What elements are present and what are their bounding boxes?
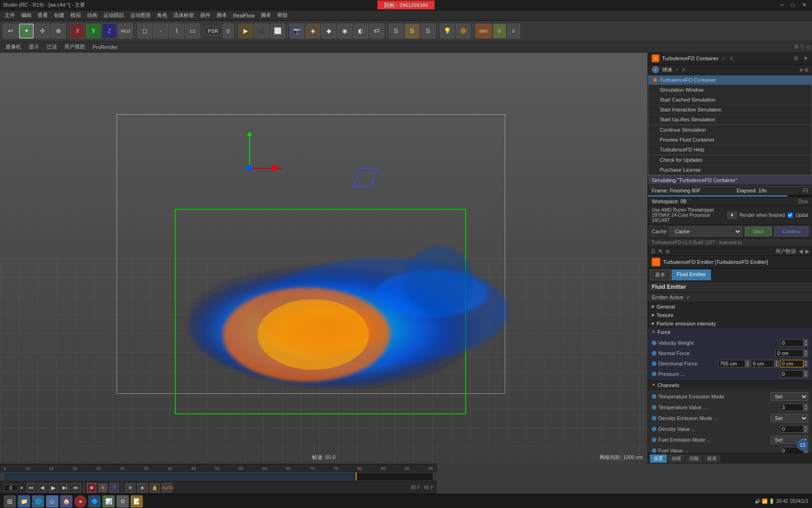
tool-points-mode[interactable]: ·	[153, 24, 168, 39]
cache-dropdown[interactable]: Cache	[670, 227, 742, 236]
ctx-help[interactable]: TurbulenceFD Help	[648, 145, 812, 155]
btn-next[interactable]: ▶|	[60, 483, 70, 492]
tool-tag[interactable]: 🏷	[369, 24, 384, 39]
tool-move[interactable]: ✢	[35, 24, 50, 39]
vt-camera[interactable]: 摄像机	[3, 42, 24, 51]
menu-create[interactable]: 创建	[51, 11, 67, 20]
menu-fluids[interactable]: 流体标签	[171, 11, 197, 20]
taskbar-manager[interactable]: 📊	[102, 495, 115, 508]
vt-options[interactable]: 用户视图	[62, 42, 88, 51]
section-texture[interactable]: ▶ Texture	[648, 311, 812, 319]
dir-z-up[interactable]: ▲	[804, 360, 808, 364]
section-general[interactable]: ▶ General	[648, 302, 812, 311]
ctx-check-updates[interactable]: Check for Updates	[648, 155, 812, 165]
radio-normal[interactable]	[652, 351, 656, 356]
menu-file[interactable]: 文件	[2, 11, 18, 20]
pressure-down[interactable]: ▼	[804, 374, 808, 378]
menu-script2[interactable]: 脚本	[258, 11, 274, 20]
cpu-dropdown[interactable]: ▼	[727, 212, 737, 219]
normal-up[interactable]: ▲	[804, 349, 808, 353]
menu-script[interactable]: 脚本	[214, 11, 230, 20]
menu-edit[interactable]: 编辑	[18, 11, 34, 20]
start-button[interactable]: Start	[745, 227, 772, 236]
density-mode-dropdown[interactable]: Set Add	[771, 414, 808, 422]
menu-motiongraph[interactable]: 运动图形	[127, 11, 154, 20]
ctx-purchase[interactable]: Purchase License	[648, 165, 812, 175]
btn-stop[interactable]: ■	[98, 483, 108, 492]
continue-button[interactable]: Continu	[774, 227, 808, 236]
tool-persp[interactable]: ◈	[305, 24, 320, 39]
minimize-btn[interactable]: ─	[778, 2, 787, 8]
btn-auto[interactable]: AUTO	[162, 483, 172, 492]
dir-z-value[interactable]	[780, 360, 804, 367]
pressure-value[interactable]	[780, 370, 804, 378]
normal-down[interactable]: ▼	[804, 353, 808, 357]
vt-display[interactable]: 显示	[26, 42, 42, 51]
taskbar-red[interactable]: ●	[74, 495, 86, 508]
tfd-arrow[interactable]: ▼	[803, 56, 808, 61]
menu-animate[interactable]: 动画	[84, 11, 100, 20]
density-down[interactable]: ▼	[804, 429, 808, 433]
psr-value[interactable]: 0	[223, 24, 234, 39]
radio-temp-val[interactable]	[652, 405, 656, 410]
maximize-btn[interactable]: □	[789, 2, 797, 8]
btn-first[interactable]: ⏮	[26, 483, 36, 492]
radio-velocity[interactable]	[652, 341, 656, 345]
velocity-up[interactable]: ▲	[804, 339, 808, 343]
tool-y-axis[interactable]: Y	[86, 24, 101, 39]
dir-x-up[interactable]: ▲	[745, 360, 750, 364]
radio-density-val[interactable]	[652, 427, 656, 431]
tool-mat[interactable]: ◐	[353, 24, 368, 39]
btn-question[interactable]: ?	[109, 483, 119, 492]
props-tab-animate[interactable]: 动画	[668, 454, 685, 463]
menu-realflow[interactable]: RealFlow	[230, 12, 258, 19]
taskbar-file-mgr[interactable]: 📁	[18, 495, 30, 508]
props-nav-next[interactable]: ▶	[805, 248, 809, 254]
tool-light[interactable]: ◉	[337, 24, 352, 39]
radio-directional[interactable]	[652, 361, 656, 366]
dir-x-value[interactable]	[718, 360, 745, 367]
tool-cam[interactable]: 📷	[289, 24, 304, 39]
tool-render2[interactable]: ⬛	[254, 24, 269, 39]
radio-pressure[interactable]	[652, 372, 656, 376]
tool-z-axis[interactable]: Z	[102, 24, 117, 39]
props-tab-settings[interactable]: 设置	[650, 454, 667, 463]
taskbar-notes[interactable]: 📝	[131, 495, 143, 508]
velocity-value[interactable]	[780, 339, 804, 347]
taskbar-cinema4d[interactable]: 🔷	[88, 495, 101, 508]
density-value[interactable]	[780, 425, 804, 433]
dir-y-up[interactable]: ▲	[774, 360, 779, 364]
radio-fuel-val[interactable]	[652, 448, 656, 453]
taskbar-home[interactable]: 🏠	[60, 495, 72, 508]
props-tab-calibrate[interactable]: 校准	[703, 454, 720, 463]
tool-poly-mode[interactable]: ▭	[185, 24, 200, 39]
menu-plugins[interactable]: 插件	[197, 11, 213, 20]
taskbar-explorer[interactable]: 🗂	[46, 495, 58, 508]
temp-down[interactable]: ▼	[804, 407, 808, 411]
render-checkbox[interactable]	[788, 213, 793, 218]
menu-character[interactable]: 角色	[154, 11, 170, 20]
tool-render[interactable]: ▶	[238, 24, 253, 39]
tool-undo[interactable]: ↩	[3, 24, 18, 39]
btn-lock[interactable]: 🔒	[149, 483, 160, 492]
ctx-start-cached[interactable]: Start Cached Simulation	[648, 95, 812, 105]
normal-value[interactable]	[775, 349, 804, 357]
dir-z-down[interactable]: ▼	[804, 364, 808, 367]
ctx-preview[interactable]: Preview Fluid Container	[648, 135, 812, 145]
tool-render3[interactable]: ⬜	[270, 24, 285, 39]
tool-substance3[interactable]: S	[507, 24, 520, 39]
tool-s3[interactable]: S	[421, 24, 436, 39]
tool-edges-mode[interactable]: ⌇	[169, 24, 184, 39]
props-tab-function[interactable]: 功能	[686, 454, 703, 463]
tool-s2[interactable]: S	[405, 24, 420, 39]
taskbar-browser[interactable]: 🌐	[32, 495, 44, 508]
velocity-down[interactable]: ▼	[804, 343, 808, 347]
dir-y-value[interactable]	[751, 360, 774, 367]
dir-x-down[interactable]: ▼	[745, 364, 750, 367]
viewport[interactable]: 帧速: 50.0 网格间距: 1000 cm	[0, 53, 648, 464]
pressure-up[interactable]: ▲	[804, 370, 808, 374]
ctx-simulation-window[interactable]: Simulation Window	[648, 85, 812, 95]
menu-mograph[interactable]: 运动跟踪	[101, 11, 127, 20]
tool-s1[interactable]: S	[389, 24, 404, 39]
radio-density-mode[interactable]	[652, 416, 656, 421]
